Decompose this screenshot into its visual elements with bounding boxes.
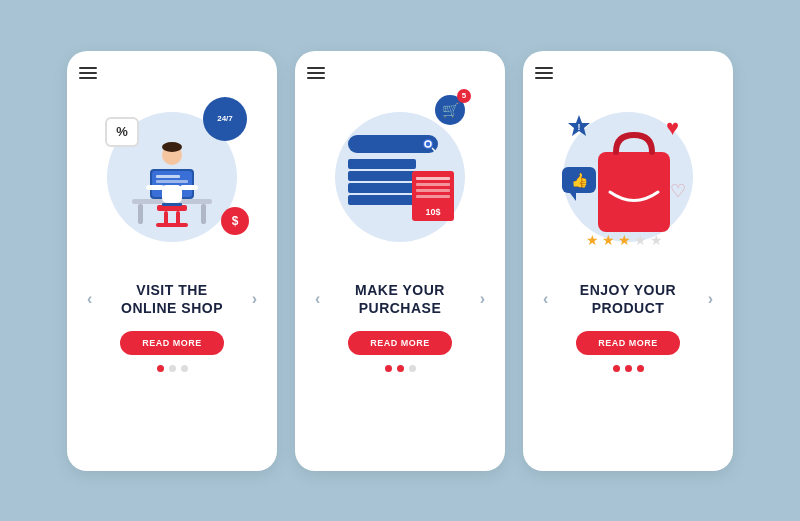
svg-rect-17 <box>146 185 164 190</box>
dot-1-1 <box>157 365 164 372</box>
dot-2-2 <box>397 365 404 372</box>
card-2-read-more[interactable]: READ MORE <box>348 331 452 355</box>
card-make-purchase: 🛒 5 <box>295 51 505 471</box>
svg-rect-16 <box>162 185 182 203</box>
card-1-read-more[interactable]: READ MORE <box>120 331 224 355</box>
card-1-title: VISIT THE ONLINE SHOP <box>98 281 245 317</box>
card-3-read-more[interactable]: READ MORE <box>576 331 680 355</box>
svg-rect-11 <box>156 175 180 178</box>
svg-text:★: ★ <box>650 232 663 248</box>
svg-text:★: ★ <box>602 232 615 248</box>
badge-dollar: $ <box>221 207 249 235</box>
card-visit-shop: 24/7 % $ <box>67 51 277 471</box>
cart-icon-wrapper: 🛒 5 <box>435 95 465 129</box>
card-2-title: MAKE YOUR PURCHASE <box>326 281 473 317</box>
badge-247: 24/7 <box>203 97 247 141</box>
card-3-next-arrow[interactable]: › <box>702 286 719 312</box>
card-2-dots <box>385 365 416 372</box>
card-3-nav: ‹ ENJOY YOUR PRODUCT › <box>535 281 721 317</box>
svg-point-15 <box>162 142 182 152</box>
card-3-prev-arrow[interactable]: ‹ <box>537 286 554 312</box>
svg-rect-32 <box>416 183 450 186</box>
card-1-prev-arrow[interactable]: ‹ <box>81 286 98 312</box>
svg-rect-27 <box>348 171 416 181</box>
badge-percent: % <box>105 117 139 147</box>
svg-rect-5 <box>138 204 143 224</box>
svg-rect-3 <box>156 223 188 227</box>
svg-text:★: ★ <box>618 232 631 248</box>
card-1-illustration: 24/7 % $ <box>87 87 257 267</box>
card-2-illustration: 🛒 5 <box>315 87 485 267</box>
svg-rect-10 <box>162 203 182 206</box>
card-1-menu <box>79 67 265 79</box>
dot-1-3 <box>181 365 188 372</box>
card-2-menu <box>307 67 493 79</box>
svg-text:★: ★ <box>634 232 647 248</box>
card-3-illustration: ! ♥ ♡ 👍 ★ ★ ★ ★ ★ <box>543 87 713 267</box>
card-1-nav: ‹ VISIT THE ONLINE SHOP › <box>79 281 265 317</box>
card-2-prev-arrow[interactable]: ‹ <box>309 286 326 312</box>
cards-container: 24/7 % $ <box>67 51 733 471</box>
svg-rect-26 <box>348 159 416 169</box>
card-1-dots <box>157 365 188 372</box>
svg-rect-18 <box>180 185 198 190</box>
hamburger-icon-2[interactable] <box>307 67 325 79</box>
dot-3-3 <box>637 365 644 372</box>
cart-badge: 🛒 5 <box>435 95 465 129</box>
svg-text:♡: ♡ <box>670 181 686 201</box>
dot-1-2 <box>169 365 176 372</box>
svg-rect-6 <box>201 204 206 224</box>
svg-rect-33 <box>416 189 450 192</box>
cart-count-badge: 5 <box>457 89 471 103</box>
svg-text:★: ★ <box>586 232 599 248</box>
svg-rect-31 <box>416 177 450 180</box>
svg-rect-28 <box>348 183 416 193</box>
card-3-menu <box>535 67 721 79</box>
svg-text:♥: ♥ <box>666 115 679 140</box>
dot-2-1 <box>385 365 392 372</box>
svg-text:👍: 👍 <box>571 172 589 189</box>
svg-rect-1 <box>164 211 168 225</box>
card-1-next-arrow[interactable]: › <box>246 286 263 312</box>
dot-2-3 <box>409 365 416 372</box>
dot-3-2 <box>625 365 632 372</box>
svg-marker-41 <box>570 193 576 201</box>
svg-rect-12 <box>156 180 188 183</box>
card-3-title: ENJOY YOUR PRODUCT <box>554 281 701 317</box>
card-2-nav: ‹ MAKE YOUR PURCHASE › <box>307 281 493 317</box>
svg-rect-29 <box>348 195 416 205</box>
svg-text:🛒: 🛒 <box>442 102 460 119</box>
card-2-next-arrow[interactable]: › <box>474 286 491 312</box>
hamburger-icon-3[interactable] <box>535 67 553 79</box>
svg-text:10$: 10$ <box>425 207 440 217</box>
svg-rect-2 <box>176 211 180 225</box>
svg-rect-34 <box>416 195 450 198</box>
enjoy-svg: ! ♥ ♡ 👍 ★ ★ ★ ★ ★ <box>548 97 708 257</box>
svg-text:!: ! <box>578 122 581 132</box>
hamburger-icon-1[interactable] <box>79 67 97 79</box>
card-3-dots <box>613 365 644 372</box>
dot-3-1 <box>613 365 620 372</box>
card-enjoy-product: ! ♥ ♡ 👍 ★ ★ ★ ★ ★ <box>523 51 733 471</box>
